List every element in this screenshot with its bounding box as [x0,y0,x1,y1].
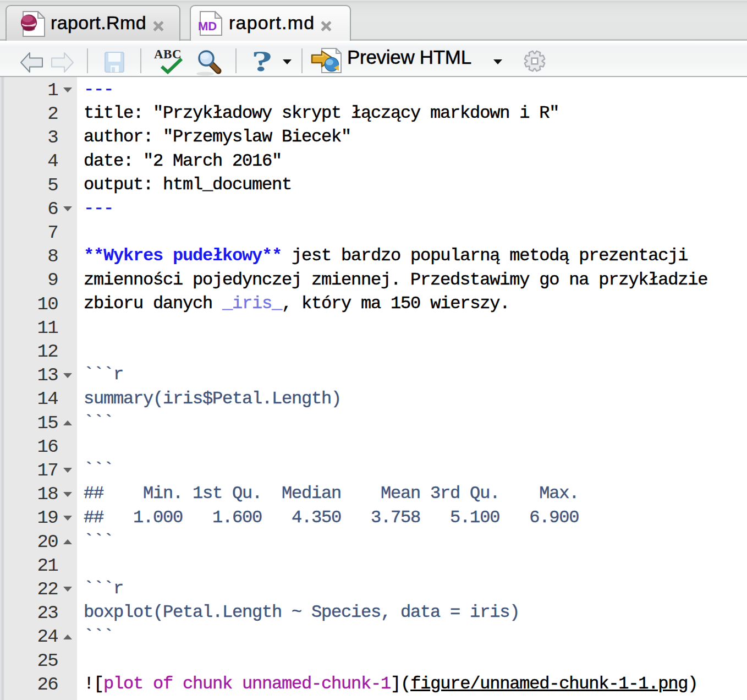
svg-text:MD: MD [198,19,217,33]
